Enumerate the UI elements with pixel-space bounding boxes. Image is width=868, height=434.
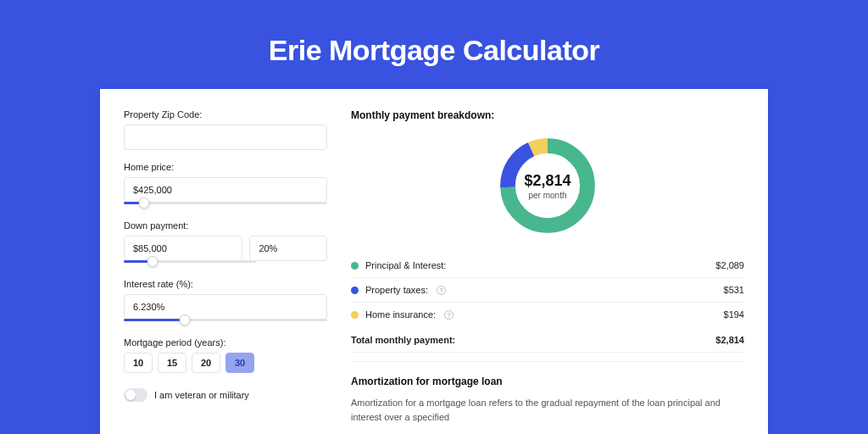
interest-rate-slider[interactable] (124, 319, 327, 326)
legend-left: Principal & Interest: (351, 260, 446, 270)
interest-rate-input[interactable] (124, 294, 327, 320)
legend-label: Principal & Interest: (365, 260, 446, 270)
donut-sub: per month (528, 191, 566, 200)
legend-left: Home insurance:? (351, 309, 453, 320)
zip-input[interactable] (124, 125, 327, 150)
down-payment-slider[interactable] (124, 260, 256, 267)
veteran-row: I am veteran or military (124, 388, 327, 402)
period-button-30[interactable]: 30 (225, 353, 254, 373)
period-button-10[interactable]: 10 (124, 353, 153, 373)
legend-dot-icon (351, 311, 359, 319)
amortization-text: Amortization for a mortgage loan refers … (351, 396, 744, 424)
legend-row: Property taxes:?$531 (351, 278, 744, 303)
legend-dot-icon (351, 287, 359, 294)
donut-center: $2,814 per month (495, 133, 600, 238)
donut-amount: $2,814 (524, 172, 570, 190)
breakdown-panel: Monthly payment breakdown: $2,814 per mo… (351, 109, 744, 434)
home-price-label: Home price: (124, 162, 327, 172)
legend-label: Property taxes: (365, 285, 428, 295)
donut-wrap: $2,814 per month (351, 133, 744, 238)
mortgage-period-label: Mortgage period (years): (124, 337, 327, 348)
zip-group: Property Zip Code: (124, 109, 327, 150)
period-button-20[interactable]: 20 (192, 353, 220, 373)
home-price-slider[interactable] (124, 202, 327, 209)
info-icon[interactable]: ? (444, 310, 453, 320)
legend-value: $531 (724, 285, 744, 295)
zip-label: Property Zip Code: (124, 109, 327, 120)
veteran-label: I am veteran or military (154, 390, 249, 400)
legend-total-label: Total monthly payment: (351, 335, 455, 345)
legend-label: Home insurance: (365, 309, 436, 320)
legend-value: $194 (724, 309, 744, 320)
divider (351, 361, 744, 362)
donut-chart: $2,814 per month (495, 133, 600, 238)
amortization-title: Amortization for mortgage loan (351, 376, 744, 387)
period-button-15[interactable]: 15 (158, 353, 186, 373)
legend-row: Principal & Interest:$2,089 (351, 253, 744, 278)
info-icon[interactable]: ? (437, 286, 446, 295)
breakdown-title: Monthly payment breakdown: (351, 109, 744, 121)
down-payment-pct-input[interactable] (249, 236, 327, 261)
interest-rate-label: Interest rate (%): (124, 279, 327, 289)
legend-total-value: $2,814 (715, 335, 744, 345)
veteran-toggle[interactable] (124, 388, 147, 402)
down-payment-amount-input[interactable] (124, 236, 242, 261)
down-payment-label: Down payment: (124, 220, 327, 231)
down-payment-group: Down payment: (124, 220, 327, 267)
legend-list: Principal & Interest:$2,089Property taxe… (351, 253, 744, 326)
page-title: Erie Mortgage Calculator (269, 34, 599, 67)
mortgage-period-group: Mortgage period (years): 10152030 (124, 337, 327, 373)
interest-rate-group: Interest rate (%): (124, 279, 327, 326)
home-price-group: Home price: (124, 162, 327, 209)
calculator-card: Property Zip Code: Home price: Down paym… (100, 89, 768, 434)
legend-left: Property taxes:? (351, 285, 446, 295)
legend-value: $2,089 (715, 260, 744, 270)
legend-row: Home insurance:?$194 (351, 303, 744, 326)
home-price-input[interactable] (124, 177, 327, 203)
inputs-panel: Property Zip Code: Home price: Down paym… (124, 109, 327, 434)
period-button-row: 10152030 (124, 353, 327, 373)
legend-total-row: Total monthly payment: $2,814 (351, 326, 744, 353)
page-root: Erie Mortgage Calculator Property Zip Co… (0, 0, 868, 434)
legend-dot-icon (351, 262, 359, 270)
